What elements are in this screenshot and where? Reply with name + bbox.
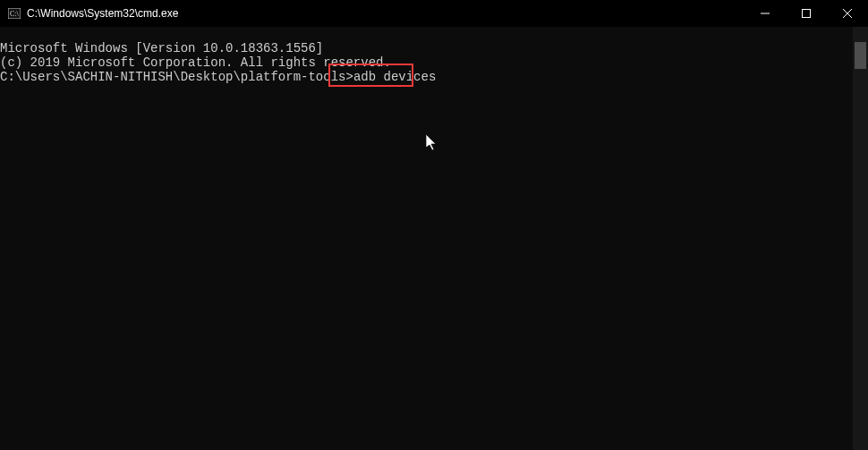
scrollbar-thumb[interactable]	[855, 42, 866, 69]
window-title: C:\Windows\System32\cmd.exe	[27, 7, 178, 20]
cmd-icon: C:\	[7, 6, 21, 21]
prompt-path: C:\Users\SACHIN-NITHISH\Desktop\platform…	[0, 70, 353, 84]
minimize-button[interactable]	[745, 0, 786, 27]
svg-text:C:\: C:\	[10, 10, 20, 18]
cmd-window: C:\ C:\Windows\System32\cmd.exe Microsof…	[0, 0, 868, 450]
typed-command: adb devices	[353, 70, 436, 84]
window-controls	[745, 0, 868, 27]
svg-rect-3	[803, 10, 811, 18]
console-output[interactable]: Microsoft Windows [Version 10.0.18363.15…	[0, 27, 868, 450]
console-line: (c) 2019 Microsoft Corporation. All righ…	[0, 55, 868, 70]
close-button[interactable]	[827, 0, 868, 27]
console-prompt-line: C:\Users\SACHIN-NITHISH\Desktop\platform…	[0, 70, 868, 84]
titlebar[interactable]: C:\ C:\Windows\System32\cmd.exe	[0, 0, 868, 27]
console-line: Microsoft Windows [Version 10.0.18363.15…	[0, 41, 868, 55]
vertical-scrollbar[interactable]	[853, 27, 868, 450]
maximize-button[interactable]	[786, 0, 827, 27]
